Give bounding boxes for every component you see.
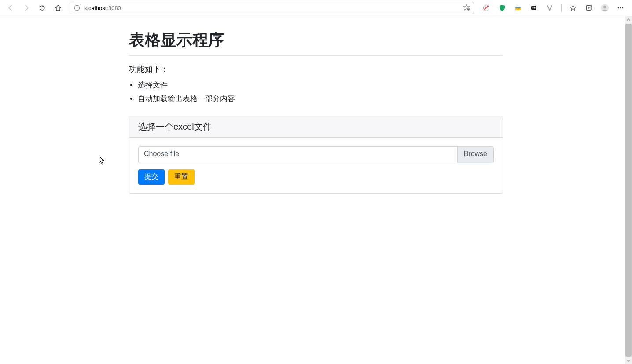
svg-point-7: [517, 8, 518, 9]
site-info-icon[interactable]: [73, 4, 81, 11]
toolbar-separator: [561, 4, 562, 12]
svg-point-8: [519, 8, 520, 9]
upload-card: 选择一个excel文件 Choose file Browse 提交 重置: [129, 116, 503, 194]
page-viewport: 表格显示程序 功能如下： 选择文件 自动加载输出表格一部分内容 选择一个exce…: [0, 16, 632, 364]
svg-point-16: [620, 7, 621, 9]
svg-rect-9: [531, 6, 536, 10]
title-divider: [129, 55, 503, 56]
vertical-scrollbar[interactable]: [625, 16, 632, 364]
svg-point-15: [618, 7, 619, 9]
page-title: 表格显示程序: [129, 29, 503, 51]
svg-point-14: [603, 6, 606, 8]
favorites-menu-icon[interactable]: [567, 2, 579, 14]
more-menu-icon[interactable]: [614, 2, 627, 14]
file-input-label: Choose file: [139, 147, 457, 163]
cursor-icon: [99, 156, 105, 165]
scrollbar-down-arrow[interactable]: [625, 357, 632, 364]
browser-toolbar: localhost:8080: [0, 0, 632, 16]
url-text: localhost:8080: [84, 5, 121, 11]
scrollbar-up-arrow[interactable]: [625, 16, 632, 23]
file-browse-button[interactable]: Browse: [457, 147, 493, 163]
nav-forward-button[interactable]: [19, 2, 33, 14]
main-container: 表格显示程序 功能如下： 选择文件 自动加载输出表格一部分内容 选择一个exce…: [129, 16, 503, 194]
feature-item: 选择文件: [138, 79, 503, 92]
svg-rect-6: [515, 7, 521, 8]
reset-button[interactable]: 重置: [168, 169, 195, 185]
extension-icon-shield[interactable]: [496, 2, 508, 14]
favorite-icon[interactable]: [463, 4, 470, 12]
extension-icon-1[interactable]: [480, 2, 492, 14]
collections-icon[interactable]: [583, 2, 595, 14]
nav-back-button[interactable]: [4, 2, 18, 14]
svg-point-17: [622, 7, 624, 9]
extension-icon-4[interactable]: [528, 2, 540, 14]
home-button[interactable]: [51, 2, 65, 14]
svg-point-10: [532, 7, 533, 8]
card-header: 选择一个excel文件: [129, 116, 503, 138]
button-row: 提交 重置: [138, 169, 494, 185]
feature-list: 选择文件 自动加载输出表格一部分内容: [138, 79, 503, 106]
profile-avatar-icon[interactable]: [599, 2, 611, 14]
svg-rect-2: [77, 7, 77, 10]
feature-item: 自动加载输出表格一部分内容: [138, 92, 503, 106]
svg-point-11: [534, 7, 535, 8]
submit-button[interactable]: 提交: [138, 169, 165, 185]
lead-text: 功能如下：: [129, 64, 503, 74]
card-body: Choose file Browse 提交 重置: [129, 138, 503, 193]
extension-icons: [478, 2, 628, 14]
extension-icon-3[interactable]: [512, 2, 524, 14]
extension-icon-v[interactable]: [544, 2, 556, 14]
refresh-button[interactable]: [35, 2, 49, 14]
svg-point-1: [77, 6, 77, 7]
file-input[interactable]: Choose file Browse: [138, 146, 494, 163]
scrollbar-thumb[interactable]: [625, 24, 632, 357]
address-bar[interactable]: localhost:8080: [70, 2, 474, 14]
